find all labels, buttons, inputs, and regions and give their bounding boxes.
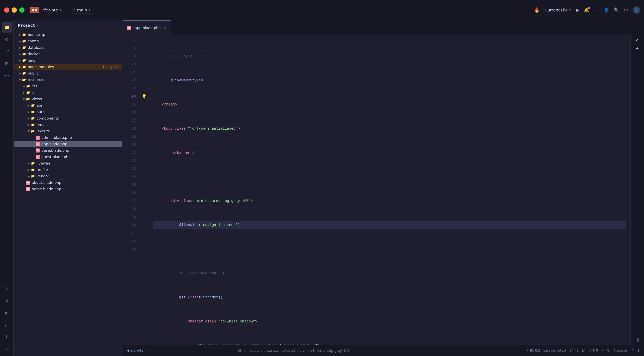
sidebar-item-resources[interactable]: ▼ 📂 resources	[14, 77, 122, 83]
run-config-icon[interactable]: 🔥	[534, 7, 540, 13]
sidebar-header: Project ▾	[14, 20, 123, 31]
minimize-button[interactable]	[12, 8, 17, 13]
encoding-item[interactable]: UTF-8	[589, 348, 598, 352]
close-button[interactable]	[4, 8, 9, 13]
sidebar-item-views[interactable]: ▼ 📂 views	[14, 96, 122, 102]
title-bar: RV rfc-vote ▾ ⎇ main ▾ 🔥 Current File ▾ …	[0, 0, 644, 20]
sidebar-item-database[interactable]: ▶ 📁 database	[14, 44, 122, 51]
chevron-right-icon: ▶	[26, 162, 31, 165]
sidebar-tree[interactable]: ▶ 📁 bootstrap ▶ 📁 config ▶ 📁 database	[14, 31, 123, 356]
sidebar-item-profile[interactable]: ▶ 📁 profile	[14, 167, 122, 173]
sidebar-item-guest-blade[interactable]: B guest.blade.php	[14, 154, 122, 160]
code-action-bulb-icon[interactable]: 💡	[139, 92, 149, 101]
sidebar-item-base-blade[interactable]: B base.blade.php	[14, 147, 122, 154]
remote-activity-icon[interactable]: ⬚	[2, 319, 12, 330]
right-panel: ✓ ✦ 🗄	[630, 35, 644, 345]
branch-icon: ⎇	[71, 8, 76, 12]
tab-file-icon: B	[127, 26, 131, 30]
settings-icon[interactable]: ⚙	[624, 8, 628, 13]
php-version-item[interactable]: PHP: 8.2	[526, 348, 540, 352]
status-separator: ›	[146, 348, 148, 352]
sidebar-item-docker[interactable]: ▶ 📁 docker	[14, 51, 122, 57]
code-editor[interactable]: <!-- Styles --> @livewireStyles </head> …	[149, 35, 630, 345]
line-numbers: 17 18 19 20 21 22 23 24 25 26 27 28 29 3…	[123, 35, 139, 345]
sidebar-item-components[interactable]: ▶ 📁 components	[14, 115, 122, 121]
blade-file-icon: B	[26, 181, 30, 185]
traffic-lights	[4, 8, 24, 13]
search-activity-icon[interactable]: ⊙	[2, 34, 12, 45]
bell-icon[interactable]: 🔔	[584, 8, 590, 13]
sidebar-item-bootstrap[interactable]: ▶ 📁 bootstrap	[14, 32, 122, 38]
sidebar-item-api[interactable]: ▶ 📁 api	[14, 102, 122, 109]
debug-activity-icon[interactable]: ▶	[2, 307, 12, 318]
folder-icon: 📁	[31, 116, 35, 120]
line-ending-item[interactable]: LF	[582, 348, 586, 352]
project-name[interactable]: rfc-vote ▾	[42, 8, 62, 13]
folder-icon: 📁	[22, 52, 26, 56]
sidebar-item-home-blade[interactable]: B home.blade.php	[14, 186, 122, 192]
folder-icon: 📁	[26, 91, 30, 94]
sidebar-item-layouts[interactable]: ▼ 📂 layouts	[14, 128, 122, 134]
person-icon[interactable]: 👤	[604, 8, 609, 13]
sidebar-item-vendor[interactable]: ▶ 📁 vendor	[14, 173, 122, 179]
folder-icon: 📁	[26, 84, 30, 88]
cursor-position-item[interactable]: 24:41	[570, 348, 579, 352]
more-tabs-icon[interactable]: ⋯	[638, 26, 640, 29]
activity-bar: 📁 ⊙ ⎇ ⊞ ••• ▷ ⚙ ▶ ⬚ ℹ ⎇	[0, 20, 14, 356]
git-status-item[interactable]: ⊙ rfc-vote	[127, 348, 143, 352]
chevron-right-icon: ▶	[18, 40, 22, 43]
upload-icon: ↑	[631, 348, 634, 352]
sidebar-item-about-blade[interactable]: B about.blade.php	[14, 179, 122, 186]
chevron-right-icon: ▶	[18, 59, 22, 62]
folder-icon: 📁	[31, 161, 35, 165]
folder-open-icon: 📂	[31, 129, 35, 133]
folder-icon: 📁	[22, 39, 26, 43]
main-layout: 📁 ⊙ ⎇ ⊞ ••• ▷ ⚙ ▶ ⬚ ℹ ⎇ Project ▾ ▶ 📁 bo…	[0, 20, 644, 356]
chevron-right-icon: ▶	[18, 46, 22, 49]
tab-app-blade[interactable]: B app.blade.php ✕	[123, 20, 171, 35]
sidebar-item-lang[interactable]: ▶ 📁 lang	[14, 57, 122, 64]
explorer-activity-icon[interactable]: 📁	[2, 22, 12, 33]
plugin-activity-icon[interactable]: ⚙	[2, 295, 12, 306]
current-file-chevron-icon: ▾	[569, 8, 571, 12]
chevron-down-icon: ▼	[22, 97, 26, 101]
account-icon[interactable]: 👤	[633, 7, 640, 14]
chevron-right-icon: ▶	[26, 110, 31, 114]
git2-activity-icon[interactable]: ⎇	[2, 343, 12, 354]
sidebar-item-app-blade[interactable]: B app.blade.php	[14, 141, 122, 147]
maximize-button[interactable]	[19, 8, 24, 13]
tab-label: app.blade.php	[135, 26, 161, 30]
check-icon[interactable]: ✓	[635, 37, 639, 42]
sync-icon: ↻	[607, 348, 610, 352]
sidebar-item-node-modules[interactable]: ▶ 📁 node_modules library root	[14, 64, 122, 70]
info-activity-icon[interactable]: ℹ	[2, 331, 12, 342]
database-icon[interactable]: 🗄	[635, 338, 640, 343]
sidebar-item-js[interactable]: ▶ 📁 js	[14, 89, 122, 96]
sidebar-item-css[interactable]: ▶ 📁 css	[14, 83, 122, 89]
git-activity-icon[interactable]: ⎇	[2, 46, 12, 57]
search-icon[interactable]: 🔍	[614, 8, 619, 13]
sidebar-item-livewire[interactable]: ▶ 📁 livewire	[14, 160, 122, 166]
run-activity-icon[interactable]: ▷	[2, 283, 12, 294]
title-bar-actions: 🔥 Current File ▾ ▶ 🔔 ⋯ 👤 🔍 ⚙ 👤	[534, 7, 640, 14]
chevron-down-icon: ▼	[26, 130, 31, 133]
current-file-button[interactable]: Current File ▾	[545, 8, 571, 13]
spaces-item[interactable]: 4 spaces	[613, 348, 628, 352]
chevron-right-icon: ▶	[22, 91, 26, 94]
sidebar-item-auth[interactable]: ▶ 📁 auth	[14, 109, 122, 115]
branch-selector[interactable]: ⎇ main ▾	[69, 7, 93, 14]
sidebar-item-public[interactable]: ▶ 📁 public	[14, 70, 122, 76]
sidebar-item-admin-blade[interactable]: B admin.blade.php	[14, 134, 122, 141]
extensions-activity-icon[interactable]: ⊞	[2, 58, 12, 69]
chevron-right-icon: ▶	[26, 117, 31, 120]
sidebar-item-emails[interactable]: ▶ 📁 emails	[14, 122, 122, 128]
laravel-version-item[interactable]: Laravel: latest	[543, 348, 566, 352]
more-options-icon[interactable]: ⋯	[594, 8, 599, 13]
tab-close-button[interactable]: ✕	[163, 26, 167, 30]
blade-file-icon: B	[36, 142, 40, 146]
ai-sparkle-icon[interactable]: ✦	[635, 46, 639, 51]
sidebar-item-config[interactable]: ▶ 📁 config	[14, 38, 122, 44]
play-icon[interactable]: ▶	[576, 8, 579, 13]
more-activity-icon[interactable]: •••	[2, 70, 12, 81]
editor-content: 17 18 19 20 21 22 23 24 25 26 27 28 29 3…	[123, 35, 644, 345]
